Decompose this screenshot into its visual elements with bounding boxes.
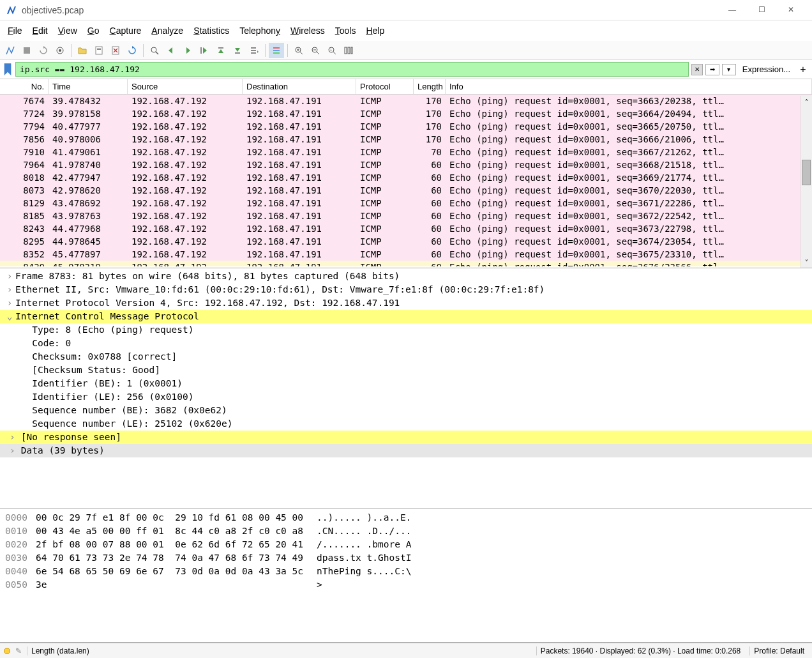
- svg-rect-15: [273, 50, 280, 51]
- zoom-reset-icon[interactable]: 1: [324, 43, 340, 58]
- menu-telephony[interactable]: Telephony: [234, 23, 285, 38]
- menu-edit[interactable]: Edit: [27, 23, 53, 38]
- menu-statistics[interactable]: Statistics: [188, 23, 234, 38]
- packet-row[interactable]: 818543.978763192.168.47.192192.168.47.19…: [0, 210, 812, 222]
- hex-row[interactable]: 00503e >: [5, 578, 807, 592]
- detail-no-response[interactable]: › [No response seen]: [0, 431, 812, 444]
- restart-capture-icon[interactable]: [36, 43, 51, 58]
- hex-row[interactable]: 000000 0c 29 7f e1 8f 00 0c 29 10 fd 61 …: [5, 511, 807, 524]
- scroll-thumb[interactable]: [802, 160, 811, 185]
- edit-icon[interactable]: ✎: [15, 647, 22, 655]
- zoom-in-icon[interactable]: [291, 43, 306, 58]
- go-first-icon[interactable]: [213, 43, 229, 58]
- menu-go[interactable]: Go: [82, 23, 105, 38]
- stop-capture-icon[interactable]: [19, 43, 34, 58]
- scroll-down-icon[interactable]: ˅: [801, 256, 812, 268]
- packet-row[interactable]: 835245.477897192.168.47.192192.168.47.19…: [0, 248, 812, 261]
- svg-text:1: 1: [330, 48, 332, 52]
- packet-row[interactable]: 772439.978158192.168.47.192192.168.47.19…: [0, 107, 812, 120]
- detail-icmp-type[interactable]: Type: 8 (Echo (ping) request): [0, 323, 812, 337]
- packet-row[interactable]: 796441.978740192.168.47.192192.168.47.19…: [0, 158, 812, 171]
- scroll-up-icon[interactable]: ˄: [801, 96, 812, 107]
- maximize-button[interactable]: ☐: [747, 0, 776, 20]
- status-field: Length (data.len): [27, 647, 93, 655]
- save-file-icon[interactable]: [91, 43, 107, 58]
- filter-apply-icon[interactable]: ➡: [705, 64, 719, 75]
- packet-list-scrollbar[interactable]: ˄ ˅: [801, 96, 812, 268]
- column-protocol[interactable]: Protocol: [356, 79, 414, 94]
- packet-row[interactable]: 807342.978620192.168.47.192192.168.47.19…: [0, 184, 812, 197]
- minimize-button[interactable]: —: [718, 0, 747, 20]
- reload-icon[interactable]: [124, 43, 140, 58]
- open-file-icon[interactable]: [75, 43, 90, 58]
- close-button[interactable]: ✕: [776, 0, 806, 20]
- hex-row[interactable]: 003064 70 61 73 73 2e 74 78 74 0a 47 68 …: [5, 551, 807, 565]
- filter-add-button[interactable]: +: [797, 64, 809, 75]
- menu-capture[interactable]: Capture: [105, 23, 147, 38]
- column-destination[interactable]: Destination: [243, 79, 356, 94]
- packet-row[interactable]: 824344.477968192.168.47.192192.168.47.19…: [0, 222, 812, 235]
- close-file-icon[interactable]: [108, 43, 123, 58]
- menu-file[interactable]: File: [3, 23, 27, 38]
- detail-data[interactable]: › Data (39 bytes): [0, 444, 812, 457]
- colorize-icon[interactable]: [269, 43, 284, 58]
- packet-row[interactable]: 791041.479061192.168.47.192192.168.47.19…: [0, 146, 812, 158]
- packet-details-pane[interactable]: ›Frame 8783: 81 bytes on wire (648 bits)…: [0, 268, 812, 509]
- auto-scroll-icon[interactable]: [246, 43, 262, 58]
- detail-icmp-id-be[interactable]: Identifier (BE): 1 (0x0001): [0, 377, 812, 390]
- menu-help[interactable]: Help: [361, 23, 389, 38]
- column-source[interactable]: Source: [128, 79, 243, 94]
- detail-icmp-code[interactable]: Code: 0: [0, 337, 812, 350]
- detail-ip[interactable]: ›Internet Protocol Version 4, Src: 192.1…: [0, 296, 812, 310]
- packet-row[interactable]: 767439.478432192.168.47.192192.168.47.19…: [0, 95, 812, 107]
- go-forward-icon[interactable]: [180, 43, 195, 58]
- go-last-icon[interactable]: [230, 43, 245, 58]
- detail-icmp-checksum-status[interactable]: [Checksum Status: Good]: [0, 363, 812, 377]
- packet-row[interactable]: 829544.978645192.168.47.192192.168.47.19…: [0, 235, 812, 248]
- packet-row[interactable]: 801842.477947192.168.47.192192.168.47.19…: [0, 171, 812, 184]
- packet-row[interactable]: 812943.478692192.168.47.192192.168.47.19…: [0, 197, 812, 210]
- column-info[interactable]: Info: [446, 79, 812, 94]
- detail-icmp-checksum[interactable]: Checksum: 0x0788 [correct]: [0, 350, 812, 363]
- zoom-out-icon[interactable]: [308, 43, 323, 58]
- detail-icmp-seq-le[interactable]: Sequence number (LE): 25102 (0x620e): [0, 417, 812, 431]
- capture-options-icon[interactable]: [52, 43, 68, 58]
- packet-row[interactable]: 785640.978006192.168.47.192192.168.47.19…: [0, 133, 812, 146]
- find-packet-icon[interactable]: [147, 43, 162, 58]
- filter-bookmark-icon[interactable]: [3, 65, 13, 75]
- resize-columns-icon[interactable]: [341, 43, 356, 58]
- filter-clear-icon[interactable]: ✕: [691, 64, 703, 75]
- hex-row[interactable]: 00406e 54 68 65 50 69 6e 67 73 0d 0a 0d …: [5, 565, 807, 578]
- go-back-icon[interactable]: [163, 43, 179, 58]
- goto-packet-icon[interactable]: [197, 43, 212, 58]
- packet-row[interactable]: 843045.978319192.168.47.192192.168.47.19…: [0, 261, 812, 266]
- expert-info-icon[interactable]: [4, 648, 10, 654]
- column-time[interactable]: Time: [49, 79, 128, 94]
- svg-rect-21: [345, 47, 347, 54]
- hex-row[interactable]: 001000 43 4e a5 00 00 ff 01 8c 44 c0 a8 …: [5, 524, 807, 538]
- svg-rect-9: [218, 47, 223, 49]
- menu-view[interactable]: View: [53, 23, 82, 38]
- hex-row[interactable]: 00202f bf 08 00 07 88 00 01 0e 62 6d 6f …: [5, 538, 807, 551]
- menu-wireless[interactable]: Wireless: [285, 23, 330, 38]
- display-filter-input[interactable]: [15, 62, 689, 77]
- svg-point-7: [151, 47, 156, 52]
- start-capture-icon[interactable]: [3, 43, 18, 58]
- column-no[interactable]: No.: [0, 79, 49, 94]
- packet-row[interactable]: 779440.477977192.168.47.192192.168.47.19…: [0, 120, 812, 133]
- svg-rect-0: [24, 47, 30, 54]
- detail-frame[interactable]: ›Frame 8783: 81 bytes on wire (648 bits)…: [0, 270, 812, 283]
- packet-list-body[interactable]: 767439.478432192.168.47.192192.168.47.19…: [0, 95, 812, 266]
- detail-icmp[interactable]: ⌄Internet Control Message Protocol: [0, 310, 812, 323]
- status-profile[interactable]: Profile: Default: [749, 647, 808, 655]
- packet-bytes-pane[interactable]: 000000 0c 29 7f e1 8f 00 0c 29 10 fd 61 …: [0, 509, 812, 643]
- menu-tools[interactable]: Tools: [330, 23, 361, 38]
- filter-expression-button[interactable]: Expression...: [739, 63, 794, 75]
- filter-history-dropdown[interactable]: ▾: [722, 64, 736, 75]
- detail-ethernet[interactable]: ›Ethernet II, Src: Vmware_10:fd:61 (00:0…: [0, 283, 812, 296]
- column-length[interactable]: Length: [414, 79, 446, 94]
- svg-rect-13: [251, 52, 256, 54]
- menu-analyze[interactable]: Analyze: [146, 23, 188, 38]
- detail-icmp-seq-be[interactable]: Sequence number (BE): 3682 (0x0e62): [0, 404, 812, 417]
- detail-icmp-id-le[interactable]: Identifier (LE): 256 (0x0100): [0, 390, 812, 404]
